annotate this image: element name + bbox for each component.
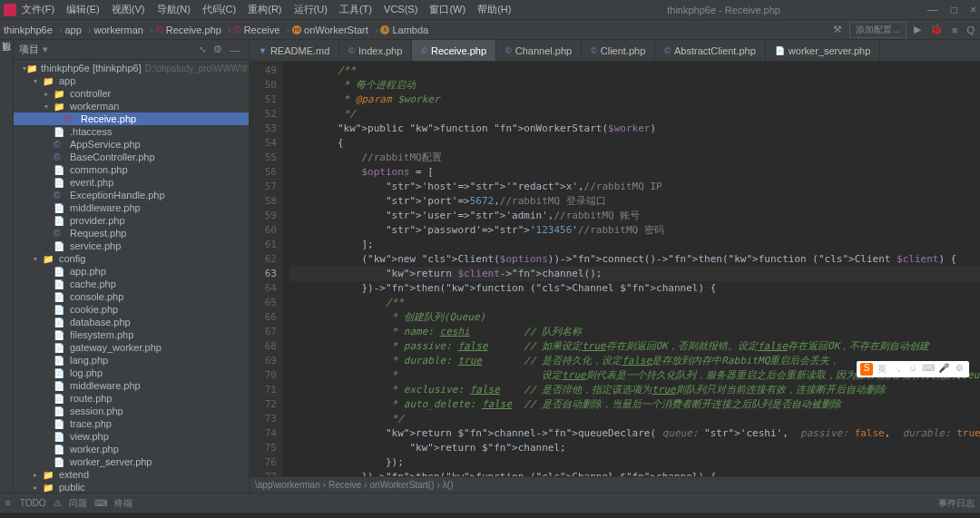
tab-index[interactable]: ©Index.php	[339, 40, 412, 61]
tree-middleware-cfg[interactable]: 📄middleware.php	[14, 379, 249, 392]
tree-extend[interactable]: ▸📁extend	[14, 468, 249, 481]
tree-root-path: D:\phpstudy_pro\WWW\thinkphp6e	[145, 64, 249, 73]
stop-button[interactable]: ■	[950, 23, 960, 37]
ime-mic-icon[interactable]: 🎤	[937, 363, 950, 376]
menu-code[interactable]: 代码(C)	[202, 4, 236, 15]
tab-abstractclient[interactable]: ©AbstractClient.php	[655, 40, 766, 61]
menu-run[interactable]: 运行(U)	[294, 4, 328, 15]
run-config-dropdown[interactable]: 添加配置...	[849, 22, 906, 38]
ime-punct[interactable]: ·,	[891, 363, 904, 376]
panel-dropdown-icon[interactable]: ▾	[43, 44, 48, 55]
ime-lang[interactable]: 英	[876, 363, 888, 376]
bc-seg-0[interactable]: \app\workerman	[255, 480, 320, 490]
tree-worker[interactable]: 📄worker.php	[14, 443, 249, 455]
menu-refactor[interactable]: 重构(R)	[248, 4, 281, 15]
nav-project[interactable]: thinkphp6e	[4, 24, 53, 35]
tree-controller[interactable]: ▸📁controller	[14, 87, 249, 100]
tree-basecontroller[interactable]: ©BaseController.php	[14, 151, 249, 163]
menu-vcs[interactable]: VCS(S)	[384, 4, 417, 15]
class-icon: ©	[234, 24, 241, 35]
method-icon: m	[292, 25, 301, 34]
tree-app[interactable]: ▾📁app	[14, 74, 249, 87]
hammer-icon[interactable]: ⚒	[831, 22, 844, 37]
ime-keyboard-icon[interactable]: ⌨	[922, 363, 935, 376]
ime-settings-icon[interactable]: ⚙	[953, 363, 965, 376]
tree-cookie[interactable]: 📄cookie.php	[14, 303, 249, 316]
tab-worker-server[interactable]: 📄worker_server.php	[766, 40, 881, 61]
tree-lang[interactable]: 📄lang.php	[14, 354, 249, 367]
nav-app[interactable]: app	[65, 24, 82, 35]
tree-root-label: thinkphp6e [thinkphp6]	[41, 63, 142, 73]
ime-emoji-icon[interactable]: ☺	[906, 363, 919, 376]
menu-window[interactable]: 窗口(W)	[429, 4, 466, 15]
panel-settings-icon[interactable]: ⚙	[213, 44, 222, 55]
status-eventlog[interactable]: 事件日志	[938, 497, 975, 510]
nav-method[interactable]: onWorkerStart	[304, 24, 368, 35]
code-editor[interactable]: /** * 每个进程启动 * @param $worker */ "kw">pu…	[282, 62, 980, 476]
tree-view[interactable]: 📄view.php	[14, 430, 249, 443]
bc-seg-3[interactable]: λ()	[443, 480, 454, 490]
tab-readme[interactable]: ▼README.md	[250, 40, 339, 61]
tree-middleware[interactable]: 📄middleware.php	[14, 201, 249, 214]
tree-receive[interactable]: ©Receive.php	[14, 112, 249, 125]
close-button[interactable]: ×	[970, 4, 976, 16]
status-todo[interactable]: TODO	[20, 498, 46, 508]
panel-collapse-icon[interactable]: ⤡	[199, 44, 206, 54]
gutter[interactable]: 4950515253545556575859606162636465666768…	[250, 62, 282, 476]
tree-htaccess[interactable]: 📄.htaccess	[14, 125, 249, 138]
left-rail[interactable]: 项目	[0, 40, 14, 493]
tree-trace[interactable]: 📄trace.php	[14, 417, 249, 430]
menu-navigate[interactable]: 导航(N)	[157, 4, 191, 15]
debug-button[interactable]: 🐞	[928, 22, 945, 37]
minimize-button[interactable]: —	[927, 4, 938, 16]
tree-worker-server[interactable]: 📄worker_server.php	[14, 455, 249, 468]
menu-help[interactable]: 帮助(H)	[477, 4, 511, 15]
tree-root[interactable]: ▾📁thinkphp6e [thinkphp6]D:\phpstudy_pro\…	[14, 62, 249, 74]
status-problems[interactable]: 问题	[69, 497, 87, 510]
tree-public[interactable]: ▸📁public	[14, 481, 249, 493]
tree-config[interactable]: ▾📁config	[14, 252, 249, 265]
tree-session[interactable]: 📄session.php	[14, 405, 249, 417]
nav-workerman[interactable]: workerman	[94, 24, 143, 35]
tree-workerman[interactable]: ▾📁workerman	[14, 100, 249, 112]
tree-common[interactable]: 📄common.php	[14, 163, 249, 176]
tree-request[interactable]: ©Request.php	[14, 227, 249, 239]
editor-tabs: ▼README.md ©Index.php ©Receive.php ©Chan…	[250, 40, 980, 62]
tree-exceptionhandle[interactable]: ©ExceptionHandle.php	[14, 189, 249, 201]
tree-gateway-worker[interactable]: 📄gateway_worker.php	[14, 341, 249, 354]
tab-client[interactable]: ©Client.php	[582, 40, 655, 61]
bc-seg-2[interactable]: onWorkerStart()	[370, 480, 435, 490]
run-button[interactable]: ▶	[912, 22, 923, 37]
maximize-button[interactable]: □	[951, 4, 957, 16]
tree-service[interactable]: 📄service.php	[14, 239, 249, 252]
tree-log[interactable]: 📄log.php	[14, 367, 249, 379]
tree-route[interactable]: 📄route.php	[14, 392, 249, 405]
tree-console[interactable]: 📄console.php	[14, 290, 249, 303]
bc-seg-1[interactable]: Receive	[328, 480, 361, 490]
chevron-right-icon: ›	[59, 24, 63, 35]
menu-file[interactable]: 文件(F)	[22, 4, 54, 15]
sogou-icon[interactable]: S	[860, 363, 873, 376]
tree-appservice[interactable]: ©AppService.php	[14, 138, 249, 151]
menu-edit[interactable]: 编辑(E)	[66, 4, 100, 15]
nav-class[interactable]: Receive	[244, 24, 280, 35]
tree-provider[interactable]: 📄provider.php	[14, 214, 249, 227]
project-tree[interactable]: ▾📁thinkphp6e [thinkphp6]D:\phpstudy_pro\…	[14, 60, 249, 493]
ime-toolbar[interactable]: S 英 ·, ☺ ⌨ 🎤 ⚙	[857, 361, 969, 377]
menu-view[interactable]: 视图(V)	[112, 4, 145, 15]
nav-file[interactable]: Receive.php	[166, 24, 221, 35]
search-button[interactable]: Q	[965, 23, 976, 37]
nav-lambda[interactable]: Lambda	[392, 24, 428, 35]
tree-event[interactable]: 📄event.php	[14, 176, 249, 189]
status-terminal[interactable]: 终端	[114, 497, 132, 510]
menu-tools[interactable]: 工具(T)	[339, 4, 372, 15]
chevron-right-icon: ›	[88, 24, 92, 35]
breadcrumb-bottom[interactable]: \app\workerman› Receive› onWorkerStart()…	[250, 476, 980, 493]
tab-channel[interactable]: ©Channel.php	[496, 40, 582, 61]
tree-app-php[interactable]: 📄app.php	[14, 265, 249, 278]
tree-filesystem[interactable]: 📄filesystem.php	[14, 328, 249, 341]
tab-receive[interactable]: ©Receive.php	[412, 40, 496, 61]
tree-database[interactable]: 📄database.php	[14, 316, 249, 328]
tree-cache[interactable]: 📄cache.php	[14, 278, 249, 290]
panel-hide-icon[interactable]: —	[230, 44, 240, 55]
